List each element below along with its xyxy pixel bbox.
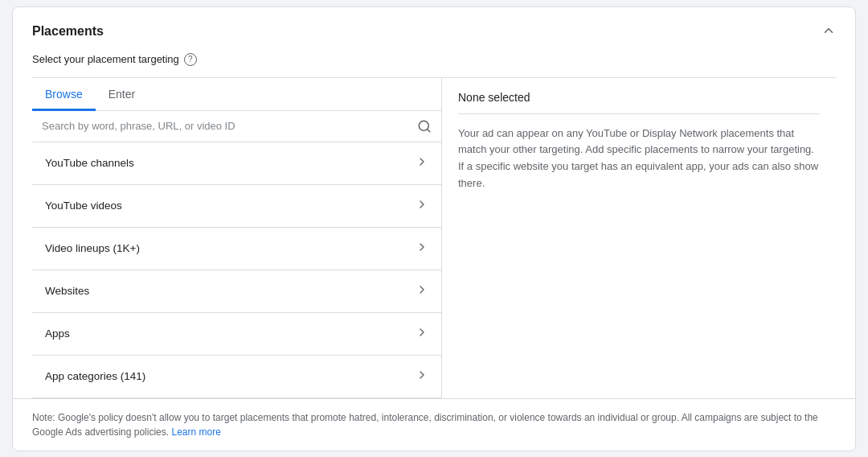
- search-icon: [417, 119, 432, 134]
- menu-item-label: YouTube channels: [45, 157, 134, 169]
- main-content: Browse Enter YouTube channels: [32, 77, 836, 398]
- collapse-icon[interactable]: [821, 23, 836, 40]
- tab-enter[interactable]: Enter: [96, 78, 148, 111]
- tab-browse[interactable]: Browse: [32, 78, 96, 111]
- chevron-right-icon: [416, 198, 428, 214]
- footer-note: Note: Google's policy doesn't allow you …: [13, 398, 855, 451]
- targeting-label-row: Select your placement targeting ?: [13, 53, 855, 77]
- menu-item-video-lineups[interactable]: Video lineups (1K+): [32, 228, 441, 270]
- menu-item-websites[interactable]: Websites: [32, 270, 441, 313]
- targeting-label-text: Select your placement targeting: [32, 53, 179, 65]
- search-box: [32, 111, 441, 142]
- card-header: Placements: [13, 7, 855, 53]
- left-panel: Browse Enter YouTube channels: [32, 78, 442, 398]
- placements-card: Placements Select your placement targeti…: [12, 6, 856, 451]
- search-input[interactable]: [42, 120, 411, 132]
- menu-item-app-categories[interactable]: App categories (141): [32, 356, 441, 398]
- menu-item-youtube-channels[interactable]: YouTube channels: [32, 142, 441, 185]
- chevron-right-icon: [416, 368, 428, 385]
- menu-item-label: Websites: [45, 285, 89, 297]
- menu-list: YouTube channels YouTube videos: [32, 142, 441, 398]
- chevron-right-icon: [416, 155, 428, 171]
- card-title: Placements: [32, 24, 104, 39]
- menu-item-label: App categories (141): [45, 370, 145, 382]
- right-panel: None selected Your ad can appear on any …: [442, 78, 836, 398]
- tabs: Browse Enter: [32, 78, 441, 111]
- chevron-right-icon: [416, 326, 428, 342]
- menu-item-label: Apps: [45, 327, 70, 340]
- footer-note-text: Note: Google's policy doesn't allow you …: [32, 412, 818, 438]
- menu-item-apps[interactable]: Apps: [32, 313, 441, 356]
- chevron-right-icon: [416, 241, 428, 257]
- svg-line-1: [427, 129, 429, 131]
- menu-item-label: Video lineups (1K+): [45, 242, 140, 254]
- menu-item-youtube-videos[interactable]: YouTube videos: [32, 185, 441, 228]
- help-icon[interactable]: ?: [184, 53, 197, 66]
- none-selected-status: None selected: [458, 91, 820, 114]
- chevron-right-icon: [416, 283, 428, 299]
- learn-more-link[interactable]: Learn more: [171, 426, 220, 438]
- menu-item-label: YouTube videos: [45, 200, 122, 212]
- placement-description: Your ad can appear on any YouTube or Dis…: [458, 126, 820, 192]
